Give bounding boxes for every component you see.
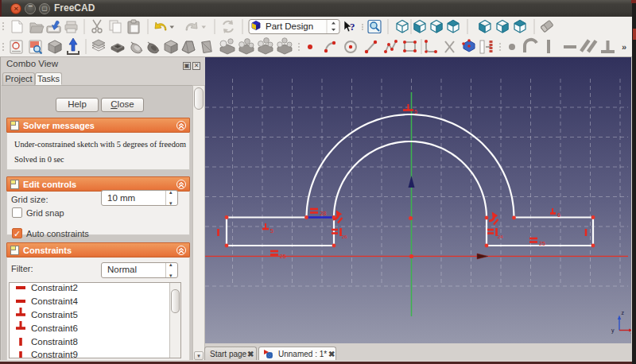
svg-text:24: 24 [498,234,503,239]
svg-text:6: 6 [557,212,560,218]
svg-text:x: x [631,329,632,335]
svg-text:25: 25 [539,241,545,246]
svg-text:25: 25 [280,254,286,259]
svg-text:Constraint8: Constraint8 [31,337,78,347]
svg-text:28: 28 [320,211,327,216]
svg-text:Constraint5: Constraint5 [31,310,78,319]
svg-text:5: 5 [270,228,273,234]
svg-text:Constraint6: Constraint6 [31,323,78,333]
svg-text:»: » [622,42,626,52]
svg-text:26: 26 [342,234,347,239]
svg-text:Part Design: Part Design [266,21,313,31]
svg-text:Constraint9: Constraint9 [31,350,78,358]
svg-text:Constraint4: Constraint4 [31,296,78,306]
svg-text:5: 5 [414,109,417,114]
svg-text:y: y [611,327,615,334]
svg-text:z: z [622,310,625,316]
svg-text:Constraint2: Constraint2 [31,283,78,292]
svg-text:?: ? [350,21,355,33]
